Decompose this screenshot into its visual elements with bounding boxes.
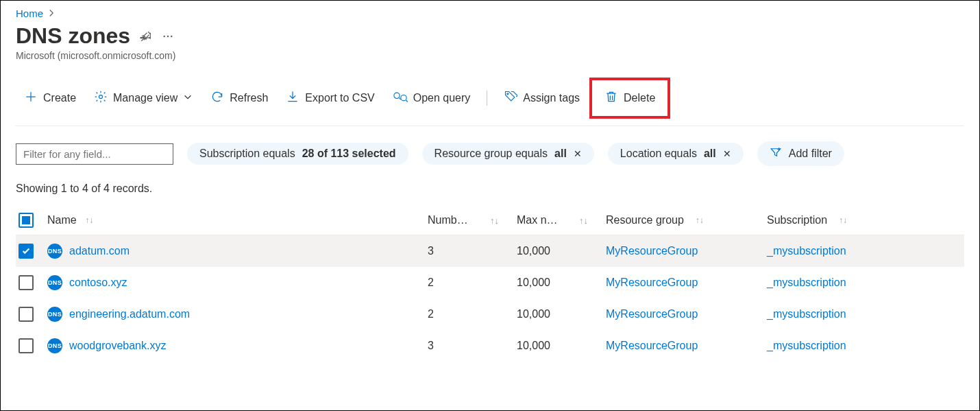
delete-highlight-box: Delete	[589, 78, 670, 119]
filter-loc-prefix: Location equals	[620, 148, 697, 160]
resource-group-link[interactable]: MyResourceGroup	[606, 277, 698, 289]
filter-pill-subscription[interactable]: Subscription equals 28 of 113 selected	[187, 143, 408, 165]
open-query-label: Open query	[413, 92, 471, 104]
cell-max: 10,000	[514, 308, 603, 320]
add-filter-label: Add filter	[789, 148, 832, 160]
svg-point-4	[394, 93, 400, 98]
subscription-link[interactable]: _mysubscription	[767, 277, 846, 289]
column-header-name[interactable]: Name ↑↓	[45, 214, 425, 226]
sort-icon: ↑↓	[579, 215, 588, 226]
cell-number: 3	[425, 245, 514, 257]
filter-input[interactable]	[16, 143, 173, 165]
subscription-link[interactable]: _mysubscription	[767, 308, 846, 320]
resource-group-link[interactable]: MyResourceGroup	[606, 340, 698, 352]
toolbar-separator	[487, 91, 487, 106]
row-checkbox[interactable]	[19, 275, 34, 290]
create-label: Create	[43, 92, 76, 104]
query-icon	[393, 90, 408, 106]
filter-add-icon	[770, 146, 782, 161]
table-row[interactable]: DNSengineering.adatum.com210,000MyResour…	[16, 298, 964, 330]
svg-point-5	[401, 95, 406, 101]
export-csv-label: Export to CSV	[305, 92, 374, 104]
column-header-subscription[interactable]: Subscription ↑↓	[764, 214, 925, 226]
cell-number: 2	[425, 308, 514, 320]
pin-icon[interactable]	[140, 30, 152, 43]
filter-rg-bold: all	[554, 148, 567, 160]
cell-max: 10,000	[514, 245, 603, 257]
table-header-row: Name ↑↓ Numb…↑↓ Max n…↑↓ Resource group …	[16, 207, 964, 235]
row-checkbox[interactable]	[19, 244, 34, 259]
table-row[interactable]: DNSadatum.com310,000MyResourceGroup_mysu…	[16, 235, 964, 267]
chevron-right-icon	[47, 8, 56, 19]
close-icon[interactable]: ✕	[723, 148, 731, 159]
delete-button[interactable]: Delete	[596, 86, 663, 110]
sort-icon: ↑↓	[490, 215, 499, 226]
delete-label: Delete	[624, 92, 655, 104]
zone-name-link[interactable]: engineering.adatum.com	[69, 308, 190, 320]
filter-loc-bold: all	[704, 148, 716, 160]
add-filter-button[interactable]: Add filter	[757, 141, 844, 166]
assign-tags-label: Assign tags	[523, 92, 580, 104]
zone-name-link[interactable]: adatum.com	[69, 245, 130, 257]
status-text: Showing 1 to 4 of 4 records.	[16, 183, 964, 195]
column-header-number[interactable]: Numb…↑↓	[425, 214, 514, 226]
cell-number: 2	[425, 277, 514, 289]
column-header-max[interactable]: Max n…↑↓	[514, 214, 603, 226]
zone-name-link[interactable]: contoso.xyz	[69, 277, 127, 289]
filter-sub-prefix: Subscription equals	[199, 148, 295, 160]
refresh-label: Refresh	[230, 92, 268, 104]
ellipsis-icon[interactable]	[162, 30, 174, 43]
refresh-button[interactable]: Refresh	[202, 86, 276, 110]
cell-number: 3	[425, 340, 514, 352]
dns-zone-icon: DNS	[47, 307, 62, 322]
download-icon	[286, 90, 299, 106]
svg-point-6	[507, 93, 509, 95]
subscription-link[interactable]: _mysubscription	[767, 245, 846, 257]
filter-rg-prefix: Resource group equals	[434, 148, 548, 160]
breadcrumb: Home	[16, 1, 964, 19]
svg-point-0	[164, 35, 165, 36]
page-title: DNS zones	[16, 23, 130, 49]
sort-icon: ↑↓	[85, 215, 93, 225]
filter-pill-location[interactable]: Location equals all ✕	[608, 143, 744, 165]
dns-zone-icon: DNS	[47, 275, 62, 290]
svg-point-3	[99, 95, 103, 99]
breadcrumb-home[interactable]: Home	[16, 8, 43, 19]
export-csv-button[interactable]: Export to CSV	[278, 86, 382, 110]
filter-sub-bold: 28 of 113 selected	[302, 148, 396, 160]
resource-group-link[interactable]: MyResourceGroup	[606, 245, 698, 257]
row-checkbox[interactable]	[19, 338, 34, 353]
select-all-checkbox[interactable]	[19, 213, 34, 228]
column-header-resource-group[interactable]: Resource group ↑↓	[603, 214, 764, 226]
tags-icon	[504, 90, 517, 106]
svg-point-1	[167, 35, 169, 36]
table-row[interactable]: DNSwoodgrovebank.xyz310,000MyResourceGro…	[16, 330, 964, 362]
manage-view-button[interactable]: Manage view	[86, 86, 201, 110]
create-button[interactable]: Create	[16, 86, 84, 110]
dns-zone-icon: DNS	[47, 244, 62, 259]
subscription-link[interactable]: _mysubscription	[767, 340, 846, 352]
table-row[interactable]: DNScontoso.xyz210,000MyResourceGroup_mys…	[16, 267, 964, 298]
manage-view-label: Manage view	[113, 92, 177, 104]
zone-name-link[interactable]: woodgrovebank.xyz	[69, 340, 166, 352]
assign-tags-button[interactable]: Assign tags	[495, 86, 588, 110]
cell-max: 10,000	[514, 277, 603, 289]
plus-icon	[24, 90, 38, 106]
refresh-icon	[210, 90, 224, 106]
dns-zone-icon: DNS	[47, 338, 62, 353]
resource-group-link[interactable]: MyResourceGroup	[606, 308, 698, 320]
close-icon[interactable]: ✕	[574, 148, 582, 159]
trash-icon	[604, 90, 618, 106]
dns-zones-table: Name ↑↓ Numb…↑↓ Max n…↑↓ Resource group …	[16, 207, 964, 362]
sort-icon: ↑↓	[696, 215, 704, 225]
filter-pill-resource-group[interactable]: Resource group equals all ✕	[422, 143, 594, 165]
open-query-button[interactable]: Open query	[384, 86, 479, 110]
chevron-down-icon	[183, 92, 193, 104]
sort-icon: ↑↓	[839, 215, 847, 225]
row-checkbox[interactable]	[19, 307, 34, 322]
page-subtitle: Microsoft (microsoft.onmicrosoft.com)	[16, 50, 964, 61]
gear-icon	[94, 90, 108, 106]
svg-point-2	[171, 35, 172, 36]
cell-max: 10,000	[514, 340, 603, 352]
